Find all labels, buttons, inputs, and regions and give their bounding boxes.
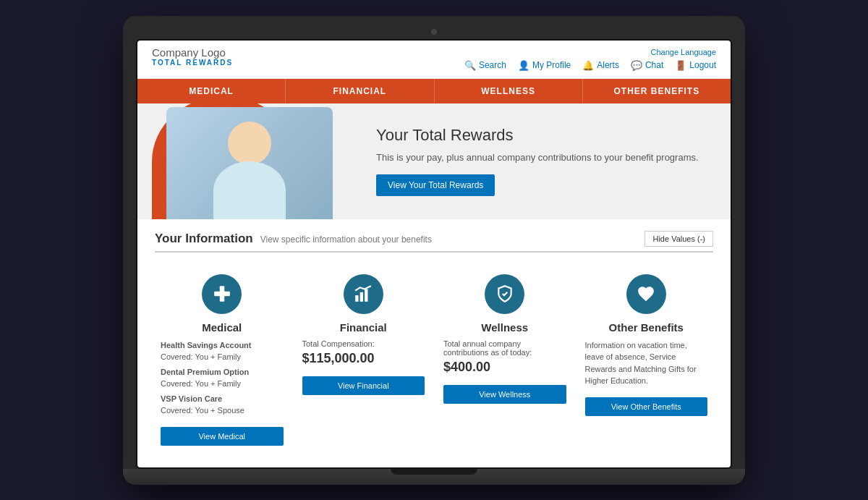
medical-card-icon: [202, 274, 242, 314]
other-benefits-nav-item[interactable]: OTHER BENEFITS: [583, 79, 731, 103]
financial-nav-item[interactable]: FINANCIAL: [286, 79, 434, 103]
header-top: Company Logo TOTAL REWARDS Change Langua…: [152, 46, 716, 71]
benefits-cards-grid: Medical Health Savings Account Covered: …: [155, 267, 713, 453]
financial-card-title: Financial: [302, 321, 425, 334]
wellness-amount: $400.00: [443, 360, 566, 375]
other-benefits-card: Other Benefits Information on vacation t…: [579, 267, 714, 453]
my-profile-nav[interactable]: 👤 My Profile: [518, 60, 571, 71]
laptop-screen: Company Logo TOTAL REWARDS Change Langua…: [136, 39, 732, 469]
chat-label: Chat: [645, 60, 663, 70]
view-financial-button[interactable]: View Financial: [302, 376, 425, 395]
hero-text-area: Your Total Rewards This is your pay, plu…: [354, 111, 731, 211]
header-right: Change Language 🔍 Search 👤 My Profile: [464, 46, 716, 71]
other-benefits-card-icon: [626, 274, 666, 314]
view-wellness-button[interactable]: View Wellness: [443, 385, 566, 404]
profile-label: My Profile: [532, 60, 571, 70]
info-header: Your Information View specific informati…: [155, 231, 713, 247]
your-information-section: Your Information View specific informati…: [137, 219, 731, 467]
your-information-title: Your Information: [155, 232, 253, 246]
chat-icon: 💬: [631, 60, 642, 71]
financial-amount: $115,000.00: [302, 351, 425, 366]
logo-company: Company Logo: [152, 46, 233, 59]
logout-nav[interactable]: 🚪 Logout: [675, 60, 716, 71]
your-information-subtitle: View specific information about your ben…: [260, 234, 432, 245]
hero-subtitle: This is your pay, plus annual company co…: [376, 151, 709, 165]
change-language-link[interactable]: Change Language: [650, 48, 716, 56]
svg-rect-3: [360, 292, 363, 302]
hide-values-button[interactable]: Hide Values (-): [644, 231, 713, 247]
hero-banner: Your Total Rewards This is your pay, plu…: [137, 103, 731, 219]
website: Company Logo TOTAL REWARDS Change Langua…: [137, 41, 731, 467]
chat-nav[interactable]: 💬 Chat: [631, 60, 663, 71]
main-navigation: MEDICAL FINANCIAL WELLNESS OTHER BENEFIT…: [137, 79, 731, 103]
svg-rect-1: [214, 292, 230, 297]
medical-hsa: Health Savings Account Covered: You + Fa…: [161, 339, 284, 363]
medical-card-title: Medical: [161, 321, 284, 334]
financial-card: Financial Total Compensation: $115,000.0…: [297, 267, 431, 453]
wellness-card-icon: [485, 274, 524, 314]
info-title-area: Your Information View specific informati…: [155, 232, 432, 246]
medical-card: Medical Health Savings Account Covered: …: [155, 267, 289, 453]
wellness-card-title: Wellness: [443, 321, 566, 334]
laptop-base: [123, 469, 745, 485]
nav-bar: 🔍 Search 👤 My Profile 🔔 Alerts: [464, 60, 716, 71]
wellness-nav-item[interactable]: WELLNESS: [435, 79, 583, 103]
site-header: Company Logo TOTAL REWARDS Change Langua…: [137, 41, 731, 79]
logout-label: Logout: [689, 60, 716, 70]
wellness-amount-label: Total annual company contributions as of…: [443, 339, 566, 357]
search-label: Search: [479, 60, 506, 70]
svg-rect-4: [365, 289, 367, 302]
hero-person-image: [166, 107, 333, 219]
search-icon: 🔍: [464, 60, 476, 71]
alerts-label: Alerts: [597, 60, 619, 70]
hero-image-area: [137, 103, 354, 219]
alerts-nav[interactable]: 🔔 Alerts: [582, 60, 619, 71]
hero-title: Your Total Rewards: [376, 126, 709, 145]
other-benefits-description: Information on vacation time, leave of a…: [585, 339, 708, 387]
medical-nav-item[interactable]: MEDICAL: [137, 79, 286, 103]
financial-card-icon: [344, 274, 383, 314]
other-benefits-card-title: Other Benefits: [585, 321, 708, 334]
financial-amount-label: Total Compensation:: [302, 339, 425, 348]
medical-dental: Dental Premium Option Covered: You + Fam…: [161, 366, 284, 390]
alerts-icon: 🔔: [582, 60, 594, 71]
logo-subtitle: TOTAL REWARDS: [152, 59, 233, 67]
view-other-benefits-button[interactable]: View Other Benefits: [585, 397, 708, 416]
search-nav[interactable]: 🔍 Search: [464, 60, 506, 71]
medical-vision: VSP Vision Care Covered: You + Spouse: [161, 393, 284, 417]
wellness-card: Wellness Total annual company contributi…: [438, 267, 572, 453]
logo-area: Company Logo TOTAL REWARDS: [152, 46, 233, 67]
laptop-shell: Company Logo TOTAL REWARDS Change Langua…: [123, 16, 745, 485]
view-total-rewards-button[interactable]: View Your Total Rewards: [376, 174, 495, 196]
view-medical-button[interactable]: View Medical: [161, 427, 284, 446]
laptop-camera: [431, 29, 437, 35]
info-divider: [155, 251, 713, 253]
logout-icon: 🚪: [675, 60, 686, 71]
profile-icon: 👤: [518, 60, 529, 71]
svg-rect-2: [355, 295, 358, 302]
